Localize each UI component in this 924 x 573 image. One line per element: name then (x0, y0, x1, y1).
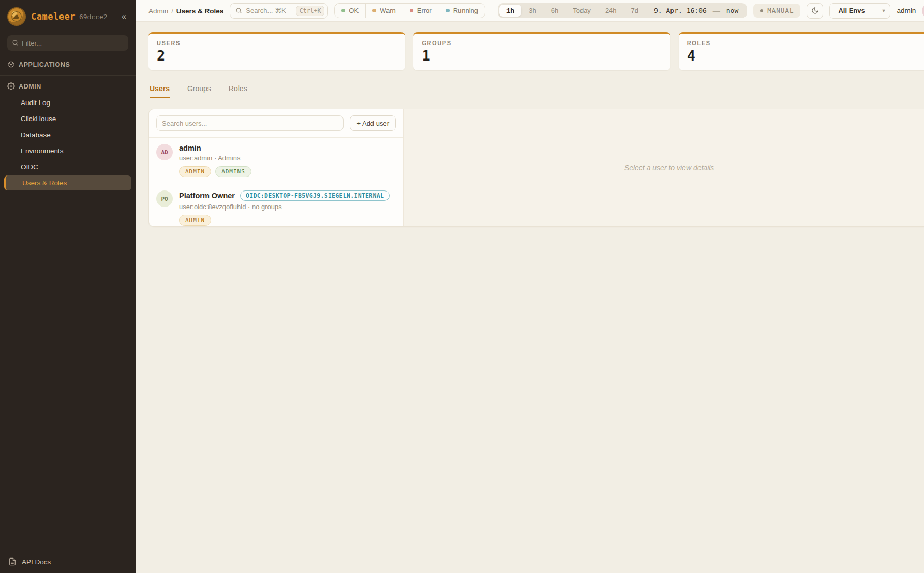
sidebar-item-environments[interactable]: Environments (0, 143, 136, 158)
status-filter-error[interactable]: Error (403, 4, 439, 18)
topbar: Admin / Users & Roles Search... ⌘K Ctrl+… (136, 0, 924, 22)
tab-groups[interactable]: Groups (187, 84, 211, 98)
sidebar-item-audit-log[interactable]: Audit Log (0, 95, 136, 110)
role-badge-admin: ADMIN (179, 166, 211, 177)
gear-icon (7, 82, 15, 90)
status-filter-label: Warn (380, 7, 396, 14)
time-range-6h[interactable]: 6h (544, 5, 565, 17)
sidebar-section-admin[interactable]: ADMIN (0, 78, 136, 95)
oidc-provider-badge: OIDC:DESKTOP-FB5VGJ9.SIEGELN.INTERNAL (240, 190, 390, 201)
package-icon (7, 61, 15, 68)
stat-card-roles: ROLES 4 (679, 32, 924, 70)
user-name: Platform Owner (179, 192, 235, 200)
role-badge-admin: ADMIN (179, 215, 211, 226)
ok-dot-icon (341, 9, 345, 12)
breadcrumb-current: Users & Roles (176, 7, 224, 15)
app-logo-icon[interactable] (7, 7, 26, 26)
sidebar-divider (0, 75, 136, 76)
api-docs-label: API Docs (22, 558, 51, 566)
sidebar-item-clickhouse[interactable]: ClickHouse (0, 111, 136, 126)
manual-dot-icon (760, 9, 763, 12)
tab-roles[interactable]: Roles (229, 84, 247, 98)
error-dot-icon (410, 9, 413, 12)
warn-dot-icon (372, 9, 376, 12)
build-id: 69dcce2 (79, 13, 108, 21)
stat-value: 1 (422, 48, 662, 64)
group-badge-admins: ADMINS (215, 166, 251, 177)
time-range-1h[interactable]: 1h (499, 5, 521, 17)
status-filter-ok[interactable]: OK (335, 4, 365, 18)
search-icon (235, 7, 242, 14)
stats-row: USERS 2 GROUPS 1 ROLES 4 (148, 32, 924, 70)
stat-label: USERS (157, 40, 397, 46)
search-users-input[interactable] (156, 115, 344, 131)
env-filter-value: All Envs (838, 7, 865, 14)
stat-label: GROUPS (422, 40, 662, 46)
env-filter-select[interactable]: All Envs ▾ (829, 3, 890, 19)
chevron-down-icon: ▾ (882, 8, 885, 13)
sidebar-item-users-roles[interactable]: Users & Roles (4, 175, 131, 190)
scheduler-mode-label: MANUAL (767, 7, 794, 14)
current-user-name: admin (897, 7, 916, 14)
status-filter-label: Running (453, 7, 478, 14)
theme-toggle-button[interactable] (807, 3, 823, 19)
global-search[interactable]: Search... ⌘K Ctrl+K (230, 3, 328, 19)
user-list-column: + Add user AD admin user:admin · Admins … (149, 109, 404, 226)
time-range-7d[interactable]: 7d (624, 5, 646, 17)
breadcrumb-admin[interactable]: Admin (148, 7, 168, 15)
user-name: admin (179, 144, 201, 152)
app-title: Cameleer (31, 11, 76, 22)
sidebar-filter-input[interactable] (7, 35, 128, 51)
sidebar-item-oidc[interactable]: OIDC (0, 159, 136, 174)
avatar: PO (156, 190, 173, 207)
sidebar-section-label: APPLICATIONS (19, 61, 70, 68)
user-avatar[interactable]: AD (922, 4, 924, 18)
time-range-3h[interactable]: 3h (521, 5, 543, 17)
scheduler-mode-pill[interactable]: MANUAL (753, 4, 800, 18)
tabs: Users Groups Roles (150, 84, 924, 98)
main-content: USERS 2 GROUPS 1 ROLES 4 Users Groups Ro… (136, 22, 924, 573)
api-docs-link[interactable]: API Docs (0, 550, 136, 573)
status-filter-label: Error (417, 7, 432, 14)
collapse-sidebar-icon[interactable]: « (120, 11, 128, 22)
stat-card-groups: GROUPS 1 (413, 32, 670, 70)
global-search-placeholder: Search... ⌘K (246, 7, 286, 14)
status-filter-warn[interactable]: Warn (365, 4, 403, 18)
sidebar-section-applications[interactable]: APPLICATIONS (0, 56, 136, 73)
sidebar-item-database[interactable]: Database (0, 127, 136, 142)
search-shortcut-kbd: Ctrl+K (296, 6, 325, 16)
breadcrumb-separator: / (171, 7, 173, 15)
users-panel: + Add user AD admin user:admin · Admins … (148, 109, 924, 227)
user-detail-panel: Select a user to view details (404, 109, 924, 226)
tab-users[interactable]: Users (150, 84, 170, 98)
status-filter-label: OK (349, 7, 359, 14)
user-row-platform-owner[interactable]: PO Platform Owner OIDC:DESKTOP-FB5VGJ9.S… (149, 184, 403, 227)
moon-icon (811, 7, 819, 14)
stat-card-users: USERS 2 (148, 32, 405, 70)
time-range-24h[interactable]: 24h (598, 5, 624, 17)
avatar: AD (156, 144, 173, 160)
breadcrumb: Admin / Users & Roles (148, 7, 223, 15)
sidebar: Cameleer 69dcce2 « APPLICATIONS ADMIN Au… (0, 0, 136, 573)
user-row-admin[interactable]: AD admin user:admin · Admins ADMIN ADMIN… (149, 137, 403, 184)
camel-icon (11, 11, 22, 22)
status-filter-running[interactable]: Running (439, 4, 485, 18)
document-icon (8, 557, 17, 566)
time-range-today[interactable]: Today (565, 5, 598, 17)
stat-value: 2 (157, 48, 397, 64)
sidebar-section-label: ADMIN (19, 83, 41, 90)
status-filter-group: OK Warn Error Running (334, 3, 485, 18)
user-subtitle: user:oidc:8evzqofluhld · no groups (179, 203, 390, 211)
time-to-value[interactable]: now (721, 7, 746, 14)
time-range-group: 1h 3h 6h Today 24h 7d 9. Apr. 16:06 — no… (498, 3, 747, 18)
time-from-value[interactable]: 9. Apr. 16:06 (646, 7, 712, 14)
user-subtitle: user:admin · Admins (179, 154, 251, 162)
time-separator: — (712, 7, 721, 15)
stat-value: 4 (687, 48, 924, 64)
add-user-button[interactable]: + Add user (350, 115, 396, 131)
stat-label: ROLES (687, 40, 924, 46)
running-dot-icon (446, 9, 450, 12)
search-icon (12, 39, 19, 46)
detail-empty-state: Select a user to view details (624, 164, 714, 172)
